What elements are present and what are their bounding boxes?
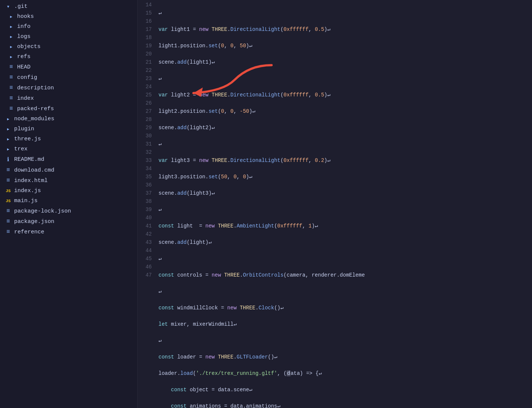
file-icon [7, 74, 15, 81]
sidebar-item-label: objects [17, 44, 41, 50]
sidebar-item-objects[interactable]: objects [0, 42, 137, 52]
sidebar-item-label: download.cmd [14, 167, 54, 173]
sidebar-item-package-lock[interactable]: package-lock.json [0, 206, 137, 216]
sidebar-item-label: main.js [14, 198, 38, 204]
file-icon [7, 85, 15, 91]
chevron-right-icon [7, 14, 15, 19]
chevron-right-icon [4, 136, 12, 142]
chevron-right-icon [4, 126, 12, 132]
sidebar-item-package-json[interactable]: package.json [0, 216, 137, 227]
file-icon [4, 208, 12, 214]
chevron-down-icon [4, 4, 12, 9]
sidebar-item-index-html[interactable]: index.html [0, 175, 137, 186]
sidebar-item-label: node_modules [14, 116, 54, 122]
sidebar-item-label: three.js [14, 136, 41, 142]
sidebar-item-label: config [17, 74, 37, 81]
sidebar-item-label: .git [14, 3, 28, 10]
sidebar-item-label: description [17, 85, 54, 91]
sidebar-item-threejs[interactable]: three.js [0, 134, 137, 144]
file-icon [7, 64, 15, 70]
line-numbers: 14 15 16 17 18 19 20 21 22 23 24 25 26 2… [138, 0, 155, 408]
info-icon [4, 156, 12, 163]
sidebar-item-label: plugin [14, 126, 34, 132]
sidebar-item-label: package-lock.json [14, 208, 71, 214]
file-icon [7, 95, 15, 102]
sidebar-item-label: README.md [14, 156, 44, 163]
sidebar-item-download-cmd[interactable]: download.cmd [0, 165, 137, 175]
sidebar-item-index-git[interactable]: index [0, 93, 137, 103]
sidebar-item-config[interactable]: config [0, 72, 137, 83]
chevron-right-icon [4, 116, 12, 122]
sidebar-item-reference[interactable]: reference [0, 227, 137, 237]
sidebar-item-label: hooks [17, 13, 34, 20]
sidebar-item-label: index [17, 95, 34, 102]
chevron-right-icon [7, 24, 15, 29]
sidebar-item-label: logs [17, 34, 31, 40]
js-icon [4, 188, 12, 194]
sidebar-item-label: package.json [14, 219, 54, 225]
sidebar-item-git[interactable]: .git [0, 1, 137, 12]
sidebar-item-main-js[interactable]: main.js [0, 196, 137, 206]
sidebar-item-label: reference [14, 229, 44, 235]
sidebar-item-packed-refs[interactable]: packed-refs [0, 103, 137, 114]
chevron-right-icon [7, 54, 15, 60]
sidebar-item-label: HEAD [17, 64, 31, 70]
chevron-right-icon [7, 34, 15, 39]
sidebar-item-trex[interactable]: trex [0, 144, 137, 154]
chevron-right-icon [4, 146, 12, 152]
sidebar-item-HEAD[interactable]: HEAD [0, 62, 137, 72]
chevron-right-icon [7, 44, 15, 50]
sidebar-item-plugin[interactable]: plugin [0, 124, 137, 134]
file-icon [4, 177, 12, 184]
sidebar-item-label: packed-refs [17, 106, 54, 112]
sidebar-item-label: index.js [14, 188, 41, 194]
file-icon [4, 167, 12, 173]
file-icon [4, 218, 12, 225]
file-icon [7, 105, 15, 112]
sidebar-item-label: info [17, 23, 31, 30]
sidebar-item-readme[interactable]: README.md [0, 154, 137, 165]
file-icon [4, 229, 12, 235]
sidebar-item-logs[interactable]: logs [0, 32, 137, 42]
sidebar-item-label: index.html [14, 178, 48, 184]
sidebar-item-description[interactable]: description [0, 83, 137, 93]
js-icon [4, 198, 12, 204]
sidebar-item-hooks[interactable]: hooks [0, 12, 137, 22]
code-editor: 14 15 16 17 18 19 20 21 22 23 24 25 26 2… [138, 0, 532, 408]
code-content-area: 14 15 16 17 18 19 20 21 22 23 24 25 26 2… [138, 0, 532, 408]
sidebar-item-label: refs [17, 54, 31, 60]
sidebar-item-node-modules[interactable]: node_modules [0, 114, 137, 124]
code-lines[interactable]: ↵ var light1 = new THREE.DirectionalLigh… [155, 0, 532, 408]
sidebar-item-refs[interactable]: refs [0, 52, 137, 62]
sidebar-item-info[interactable]: info [0, 22, 137, 32]
file-explorer: .git hooks info logs objects refs HEAD c… [0, 0, 138, 408]
sidebar-item-index-js[interactable]: index.js [0, 186, 137, 196]
sidebar-item-label: trex [14, 146, 28, 152]
